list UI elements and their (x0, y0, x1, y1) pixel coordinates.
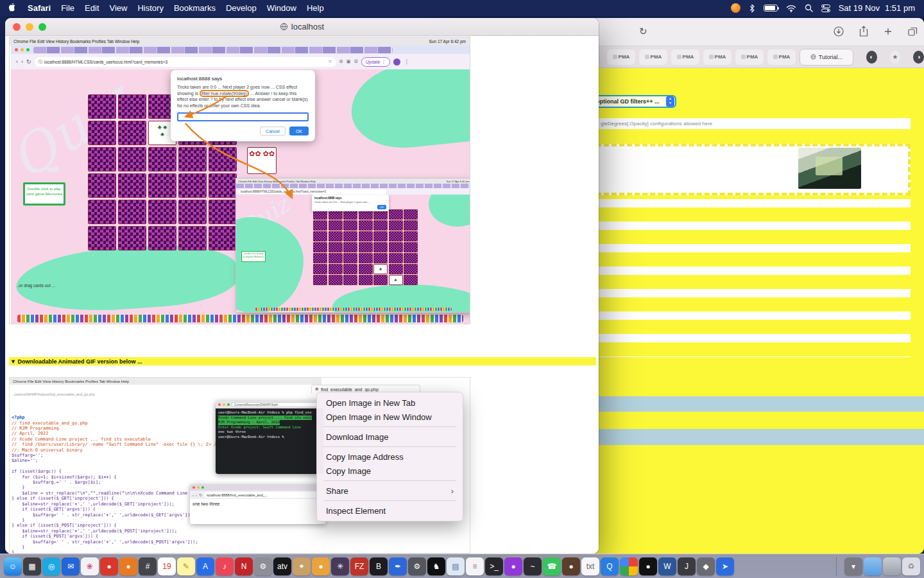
dock-icon[interactable] (620, 557, 638, 575)
reload-icon[interactable]: ↻ (639, 26, 647, 37)
dock-icon[interactable]: ✎ (177, 557, 195, 575)
menubar-clock[interactable]: Sat 19 Nov1:51 pm (839, 3, 915, 13)
pinned-tab-pma[interactable]: PMA (639, 49, 667, 65)
menubar-item[interactable]: Edit (85, 3, 99, 13)
thumbnail-photo[interactable] (798, 148, 861, 189)
terminal-search-field[interactable]: ContentsResources/DWARF/Swift (232, 402, 321, 407)
dock-icon[interactable]: ♞ (427, 557, 445, 575)
revealed-roses-card[interactable]: ✿✿ ✿✿ (247, 147, 277, 174)
battery-icon[interactable] (764, 4, 778, 12)
menubar-item[interactable]: View (110, 3, 128, 13)
dock-icon[interactable]: ▦ (23, 557, 41, 575)
dock-icon[interactable]: ☺ (4, 557, 22, 575)
share-icon[interactable] (859, 26, 868, 37)
menu-item-copy-image-address[interactable]: Copy Image Address (317, 450, 463, 464)
bluetooth-icon[interactable] (749, 4, 755, 13)
nested-screenshot[interactable]: Chrome File Edit View History Bookmarks … (236, 179, 470, 312)
tab-tutorial[interactable]: Tutorial... (800, 49, 853, 66)
dock-icon[interactable]: W (658, 557, 676, 575)
dock-icon[interactable]: ● (639, 557, 657, 575)
dock-icon[interactable] (864, 557, 882, 575)
dock-icon[interactable]: ➤ (716, 557, 734, 575)
dock-icon[interactable]: J (678, 557, 696, 575)
ok-button[interactable]: OK (289, 127, 309, 136)
dock-icon[interactable]: ● (100, 557, 118, 575)
menubar-item[interactable]: Bookmarks (174, 3, 216, 13)
screenshot-card-game[interactable]: Chrome File Edit View History Bookmarks … (9, 37, 470, 324)
menu-item-inspect-element[interactable]: Inspect Element (317, 504, 463, 518)
chrome-update-button[interactable]: Update⋮ (361, 57, 391, 67)
tab-overview-icon[interactable] (908, 27, 918, 36)
pinned-tab-pma[interactable]: PMA (671, 49, 699, 65)
dock-icon[interactable]: ♻ (902, 557, 920, 575)
mini-browser-window[interactable]: ‹›↻ localhost:8888/find_executable_and_.… (190, 484, 326, 524)
dock-icon[interactable]: B (370, 557, 388, 575)
menubar-item[interactable]: Window (267, 3, 296, 13)
dock-icon[interactable]: ✳ (331, 557, 349, 575)
dock-icon[interactable]: A (196, 557, 214, 575)
forward-icon[interactable]: › (21, 58, 23, 65)
dock-icon[interactable] (883, 557, 901, 575)
dock-icon[interactable]: ● (119, 557, 137, 575)
dock-icon[interactable]: ⚙ (254, 557, 272, 575)
chrome-tabs[interactable] (33, 47, 393, 53)
dock-icon[interactable]: ✦ (293, 557, 311, 575)
dock-icon[interactable]: N (235, 557, 253, 575)
dock-icon[interactable]: ✉ (62, 557, 80, 575)
pinned-tab-pma[interactable]: PMA (735, 49, 764, 65)
menu-item-share[interactable]: Share › (317, 484, 463, 498)
address-bar[interactable]: ⓘ localhost:8888/HTMLCSS/cards_usefocus.… (35, 57, 336, 67)
menu-item-download-image[interactable]: Download Image (317, 430, 463, 444)
chrome-menu-icon[interactable]: ⋮ (404, 58, 409, 65)
dock-icon[interactable]: ☎ (543, 557, 561, 575)
new-tab-icon[interactable] (884, 27, 893, 36)
forward-icon[interactable]: › (196, 493, 197, 497)
bookmark-star-icon[interactable]: ☆ (328, 59, 332, 64)
menubar-item[interactable]: File (61, 3, 74, 13)
terminal-window[interactable]: ContentsResources/DWARF/Swift user@Users… (216, 401, 323, 474)
window-titlebar[interactable]: localhost (5, 18, 599, 36)
profile-avatar[interactable] (393, 58, 400, 66)
dock-icon[interactable]: ▾ (844, 557, 862, 575)
apple-menu-icon[interactable] (9, 3, 17, 13)
dock-icon[interactable]: ▤ (447, 557, 465, 575)
dock-icon[interactable]: ✒ (389, 557, 407, 575)
dock-icon[interactable]: ⚙ (408, 557, 426, 575)
menu-item-open-new-window[interactable]: Open Image in New Window (317, 410, 463, 424)
menu-item-copy-image[interactable]: Copy Image (317, 464, 463, 478)
control-center-icon[interactable] (821, 4, 830, 12)
back-icon[interactable]: ‹ (16, 58, 18, 65)
spotlight-icon[interactable] (805, 4, 813, 12)
pinned-tab-pma[interactable]: PMA (607, 49, 635, 65)
extension-icon[interactable]: ⚙ (339, 59, 343, 64)
dock-icon[interactable]: ~ (524, 557, 542, 575)
dock-icon[interactable]: 19 (158, 557, 176, 575)
tab-circle-icon[interactable]: ◑ (913, 51, 924, 64)
favorites-star-icon[interactable]: ★ (890, 51, 901, 64)
tab-circle-icon[interactable]: ◐ (866, 51, 877, 64)
dock-icon[interactable]: # (139, 557, 157, 575)
dock-icon[interactable]: FZ (350, 557, 368, 575)
dock-icon[interactable]: Q (601, 557, 619, 575)
pinned-tab-pma[interactable]: PMA (767, 49, 796, 65)
menubar-item[interactable]: Develop (226, 3, 257, 13)
dock-icon[interactable]: ◎ (42, 557, 60, 575)
dock-icon[interactable]: ● (504, 557, 522, 575)
gd-filters-dropdown[interactable]: optional GD filters++ ... ▲▼ (592, 95, 676, 108)
extension-icon[interactable]: ☰ (354, 59, 357, 64)
dock-icon[interactable]: >_ (485, 557, 503, 575)
reload-icon[interactable]: ↻ (26, 58, 31, 65)
menu-item-open-new-tab[interactable]: Open Image in New Tab (317, 396, 463, 410)
dock-icon[interactable]: txt (581, 557, 599, 575)
dock-icon[interactable]: ❀ (81, 557, 99, 575)
menubar-app-name[interactable]: Safari (28, 3, 51, 13)
pinned-tab-pma[interactable]: PMA (703, 49, 732, 65)
dock-icon[interactable]: atv (273, 557, 291, 575)
dock-icon[interactable]: ◆ (697, 557, 715, 575)
extension-icon[interactable]: ▣ (346, 59, 351, 64)
back-icon[interactable]: ‹ (193, 493, 194, 497)
menubar-item[interactable]: History (137, 3, 163, 13)
dock-icon[interactable]: ● (312, 557, 330, 575)
dock-icon[interactable]: ≡ (466, 557, 484, 575)
menubar-item[interactable]: Help (307, 3, 324, 13)
